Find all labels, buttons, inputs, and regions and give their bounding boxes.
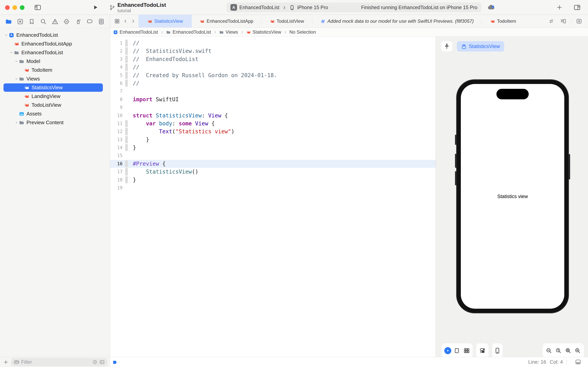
code-line-12[interactable]: 12 Text("Statistics view") — [110, 127, 436, 135]
editor-options-button[interactable] — [559, 17, 568, 25]
reports-navigator-tab[interactable] — [97, 17, 106, 26]
tree-item-preview-content[interactable]: Preview Content — [0, 118, 110, 127]
breakpoint-icon[interactable] — [112, 360, 118, 365]
code-line-1[interactable]: 1 // — [110, 39, 436, 47]
add-editor-button[interactable] — [575, 17, 583, 25]
tree-item-todoitem[interactable]: TodoItem — [0, 66, 110, 75]
disclosure-open-icon[interactable] — [9, 51, 13, 54]
breadcrumb-item[interactable]: Views — [219, 29, 238, 35]
code-line-5[interactable]: 5 // Created by Russell Gordon on 2024-0… — [110, 71, 436, 79]
code-line-11[interactable]: 11 var body: some View { — [110, 120, 436, 127]
source-editor[interactable]: 1 // 2 // StatisticsView.swift 3 // Enha… — [110, 37, 436, 357]
clock-icon[interactable] — [92, 359, 98, 365]
zoom-out-button[interactable] — [546, 347, 552, 354]
code-line-2[interactable]: 2 // StatisticsView.swift — [110, 47, 436, 55]
tree-item-statisticsview[interactable]: StatisticsView — [0, 83, 110, 92]
code-line-19[interactable]: 19 — [110, 184, 436, 192]
chevron-down-icon[interactable] — [15, 59, 18, 63]
code-line-13[interactable]: 13 } — [110, 136, 436, 144]
minimize-window-button[interactable] — [12, 5, 17, 10]
tree-item-model[interactable]: Model — [0, 57, 110, 66]
tree-item-assets[interactable]: Assets — [0, 109, 110, 118]
find-navigator-tab[interactable] — [39, 17, 48, 26]
chevron-down-icon[interactable] — [9, 51, 13, 54]
scheme-and-status-bar[interactable]: A EnhancedTodoList iPhone 15 Pro Finishe… — [227, 2, 481, 12]
breadcrumb-item[interactable]: StatisticsView — [246, 29, 281, 35]
breakpoints-toggle-icon[interactable] — [112, 360, 118, 365]
source-control-filter-icon[interactable] — [99, 359, 105, 365]
zoom-fit-button[interactable] — [565, 347, 571, 354]
swap-editor-button[interactable] — [547, 17, 555, 25]
code-line-6[interactable]: 6 // — [110, 79, 436, 87]
breakpoints-navigator-tab[interactable] — [85, 17, 94, 26]
editor-tab[interactable]: StatisticsView — [138, 15, 192, 27]
code-line-18[interactable]: 18 } — [110, 176, 436, 184]
toggle-bottom-bar-button[interactable] — [575, 359, 581, 365]
filter-field[interactable] — [11, 358, 107, 366]
close-window-button[interactable] — [5, 5, 10, 10]
disclosure-closed-icon[interactable] — [14, 121, 18, 125]
run-button[interactable] — [91, 3, 100, 11]
related-items-button[interactable] — [113, 17, 121, 25]
tests-navigator-tab[interactable] — [62, 17, 71, 26]
filter-options-icon[interactable] — [13, 359, 20, 365]
recents-filter-icon[interactable] — [92, 359, 98, 365]
add-button[interactable] — [555, 3, 564, 11]
code-line-10[interactable]: 10 struct StatisticsView: View { — [110, 112, 436, 120]
code-line-15[interactable]: 15 — [110, 152, 436, 159]
tree-item-views[interactable]: Views — [0, 75, 110, 83]
cloud-status-button[interactable] — [487, 3, 496, 11]
issues-navigator-tab[interactable] — [51, 17, 59, 26]
debug-navigator-tab[interactable] — [74, 17, 83, 26]
device-settings-button[interactable] — [479, 347, 486, 354]
device-button[interactable] — [494, 347, 501, 354]
plus-minus-icon[interactable] — [99, 359, 105, 365]
code-line-3[interactable]: 3 // EnhancedTodoList — [110, 55, 436, 63]
code-line-7[interactable]: 7 — [110, 87, 436, 95]
code-line-14[interactable]: 14 } — [110, 144, 436, 152]
source-control-navigator-tab[interactable] — [16, 17, 25, 26]
chevron-right-icon[interactable] — [15, 121, 18, 125]
chevron-down-icon[interactable] — [15, 77, 18, 81]
bookmarks-navigator-tab[interactable] — [27, 17, 36, 26]
tree-item-enhancedtodolist[interactable]: EnhancedTodoList — [0, 48, 110, 57]
zoom-window-button[interactable] — [20, 5, 25, 10]
scheme-device-label[interactable]: iPhone 15 Pro — [297, 5, 328, 10]
code-line-4[interactable]: 4 // — [110, 63, 436, 71]
tree-item-enhancedtodolist[interactable]: EnhancedTodoList — [0, 31, 110, 40]
code-line-16[interactable]: 16 #Preview { — [110, 160, 436, 168]
tree-item-todolistview[interactable]: TodoListView — [0, 101, 110, 109]
project-navigator-tab[interactable] — [4, 17, 13, 26]
breadcrumb-item[interactable]: EnhancedTodoList — [113, 29, 158, 35]
disclosure-open-icon[interactable] — [4, 33, 8, 37]
filter-options-icon[interactable] — [13, 359, 20, 365]
live-preview-button[interactable] — [444, 347, 451, 354]
editor-tab[interactable]: TodoItem — [482, 15, 524, 27]
disclosure-open-icon[interactable] — [14, 77, 18, 81]
chevron-down-icon[interactable] — [4, 33, 8, 37]
code-line-9[interactable]: 9 — [110, 103, 436, 111]
scheme-project-label[interactable]: EnhancedTodoList — [239, 5, 279, 10]
filter-input[interactable] — [21, 359, 91, 365]
add-file-button[interactable] — [3, 358, 9, 367]
variants-button[interactable] — [463, 347, 470, 354]
pin-preview-button[interactable] — [441, 41, 453, 51]
tree-item-enhancedtodolistapp[interactable]: EnhancedTodoListApp — [0, 40, 110, 48]
tree-item-landingview[interactable]: LandingView — [0, 92, 110, 101]
go-forward-button[interactable] — [130, 17, 136, 25]
breadcrumb-item[interactable]: No Selection — [289, 29, 316, 35]
breadcrumb-item[interactable]: EnhancedTodoList — [166, 29, 211, 35]
editor-tab[interactable]: Added mock data to our model for use wit… — [312, 15, 482, 27]
code-line-17[interactable]: 17 StatisticsView() — [110, 168, 436, 176]
preview-screen[interactable]: Statistics view — [461, 84, 564, 309]
editor-tab[interactable]: TodoListView — [261, 15, 312, 27]
zoom-100-button[interactable] — [555, 347, 562, 354]
toggle-left-sidebar-button[interactable] — [34, 3, 42, 11]
selectable-preview-button[interactable] — [454, 347, 461, 354]
editor-tab[interactable]: EnhancedTodoListApp — [192, 15, 261, 27]
preview-device-button[interactable]: StatisticsView — [457, 41, 504, 51]
disclosure-open-icon[interactable] — [14, 59, 18, 63]
code-line-8[interactable]: 8 import SwiftUI — [110, 95, 436, 103]
toggle-right-sidebar-button[interactable] — [573, 3, 581, 11]
zoom-in-button[interactable] — [574, 347, 581, 354]
